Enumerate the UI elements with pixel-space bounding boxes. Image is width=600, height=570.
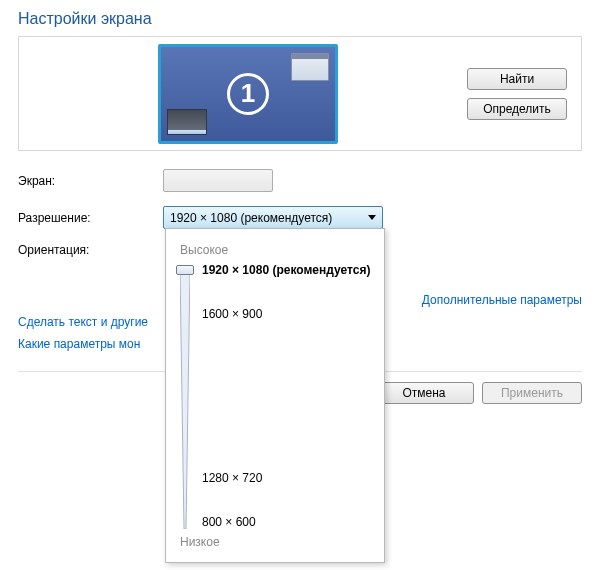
screen-label: Экран: [18, 174, 163, 188]
monitor-number: 1 [227, 73, 269, 115]
resolution-dropdown[interactable]: 1920 × 1080 (рекомендуется) [163, 206, 383, 229]
resolution-popup: Высокое 1920 × 1080 (рекомендуется)1600 … [165, 228, 385, 563]
page-title: Настройки экрана [0, 0, 600, 36]
resolution-option[interactable]: 1920 × 1080 (рекомендуется) [202, 263, 370, 277]
resolution-option[interactable]: 1600 × 900 [202, 307, 262, 321]
resolution-value: 1920 × 1080 (рекомендуется) [170, 211, 332, 225]
cancel-button[interactable]: Отмена [374, 382, 474, 404]
resolution-label: Разрешение: [18, 211, 163, 225]
monitor-preview-panel: 1 Найти Определить [18, 36, 582, 151]
resolution-slider[interactable] [178, 269, 192, 531]
desktop-icon [167, 109, 207, 135]
scale-high-label: Высокое [180, 243, 374, 257]
window-icon [291, 53, 329, 81]
find-button[interactable]: Найти [467, 68, 567, 90]
resolution-option[interactable]: 800 × 600 [202, 515, 256, 529]
resolution-options: 1920 × 1080 (рекомендуется)1600 × 900128… [202, 263, 374, 531]
svg-marker-0 [180, 269, 190, 529]
orientation-label: Ориентация: [18, 243, 163, 257]
monitor-thumbnail[interactable]: 1 [158, 44, 338, 144]
apply-button[interactable]: Применить [482, 382, 582, 404]
scale-low-label: Низкое [180, 535, 374, 549]
slider-thumb[interactable] [176, 265, 194, 275]
resolution-option[interactable]: 1280 × 720 [202, 471, 262, 485]
identify-button[interactable]: Определить [467, 98, 567, 120]
chevron-down-icon [368, 215, 376, 220]
screen-dropdown[interactable] [163, 169, 273, 192]
advanced-settings-link[interactable]: Дополнительные параметры [422, 293, 582, 307]
